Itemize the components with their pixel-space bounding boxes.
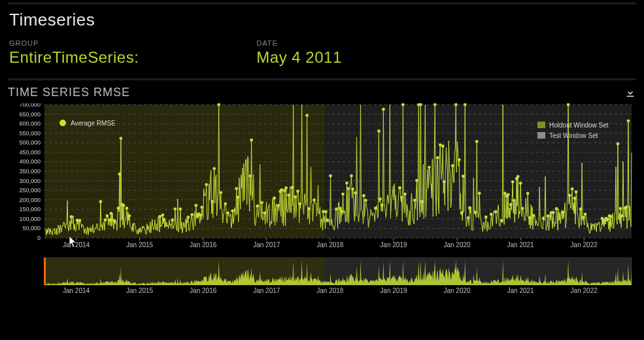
rmse-point [381, 203, 384, 207]
overview-chart[interactable]: Jan 2014Jan 2015Jan 2016Jan 2017Jan 2018… [8, 256, 636, 296]
rmse-point [108, 218, 111, 222]
rmse-point [513, 199, 516, 202]
rmse-point [364, 199, 367, 202]
rmse-point [99, 200, 103, 203]
rmse-point [606, 218, 609, 221]
rmse-point [575, 190, 578, 194]
rmse-point [528, 216, 532, 220]
rmse-point [345, 181, 348, 184]
chart-area: 050,000100,000150,000200,000250,000300,0… [8, 103, 636, 296]
y-tick-label: 200,000 [19, 197, 41, 203]
section-title: TIME SERIES RMSE [8, 86, 130, 99]
rmse-point [307, 207, 311, 211]
rmse-point [620, 214, 624, 218]
brush-handle-left[interactable] [44, 258, 46, 285]
rmse-point [573, 197, 577, 200]
rmse-point [200, 206, 203, 209]
rmse-point [280, 188, 283, 192]
rmse-point [296, 190, 299, 193]
rmse-point [362, 194, 365, 197]
legend-test-label: Test Window Set [549, 132, 598, 139]
rmse-point [173, 207, 177, 211]
rmse-point [103, 218, 107, 222]
rmse-point [116, 207, 120, 210]
y-tick-label: 0 [37, 235, 41, 241]
section-header: TIME SERIES RMSE [8, 86, 636, 99]
y-tick-label: 250,000 [19, 187, 41, 194]
rmse-point [460, 211, 464, 214]
rmse-point [602, 218, 605, 222]
rmse-point [226, 211, 229, 214]
rmse-point [374, 207, 377, 210]
overview-x-tick-label: Jan 2017 [253, 287, 280, 294]
group-value: EntireTimeSeries: [9, 48, 139, 67]
rmse-point [519, 182, 522, 185]
rmse-point [260, 201, 263, 204]
rmse-point [526, 192, 530, 195]
x-tick-label: Jan 2016 [190, 241, 217, 248]
rmse-point [571, 188, 574, 191]
rmse-point [547, 214, 550, 218]
x-tick-label: Jan 2021 [507, 241, 535, 248]
rmse-point [354, 192, 357, 195]
rmse-point [231, 209, 234, 212]
rmse-point [584, 212, 587, 216]
rmse-point [436, 156, 439, 160]
rmse-point [290, 186, 294, 189]
y-tick-label: 450,000 [19, 149, 41, 156]
download-icon[interactable] [624, 87, 636, 99]
rmse-point [236, 196, 239, 199]
rmse-point [494, 211, 498, 214]
rmse-point [256, 205, 259, 208]
rmse-point [619, 207, 622, 211]
rmse-point [211, 200, 214, 203]
rmse-point [273, 196, 276, 199]
legend-holdout-swatch [537, 122, 545, 128]
rmse-chart[interactable]: 050,000100,000150,000200,000250,000300,0… [8, 103, 636, 254]
legend-test-swatch [537, 132, 545, 139]
date-block: DATE May 4 2011 [256, 39, 341, 67]
y-tick-label: 300,000 [19, 178, 41, 184]
x-tick-label: Jan 2018 [316, 241, 344, 248]
y-tick-label: 550,000 [19, 130, 41, 137]
divider-top [8, 3, 636, 5]
rmse-point [542, 216, 545, 220]
date-value: May 4 2011 [256, 48, 341, 67]
rmse-point [517, 175, 520, 178]
rmse-point [298, 202, 301, 205]
rmse-point [562, 211, 565, 214]
x-tick-label: Jan 2019 [380, 241, 407, 248]
rmse-point [484, 216, 488, 219]
date-label: DATE [256, 39, 341, 47]
rmse-point [335, 207, 338, 211]
rmse-point [451, 164, 454, 167]
rmse-point [458, 158, 461, 162]
x-tick-label: Jan 2020 [443, 241, 471, 248]
y-tick-label: 650,000 [19, 111, 41, 118]
rmse-point [219, 191, 222, 194]
rmse-point [398, 186, 401, 190]
rmse-point [511, 180, 515, 184]
rmse-point [441, 144, 445, 148]
rmse-point [509, 203, 513, 207]
rmse-point [400, 196, 403, 199]
rmse-point [329, 175, 332, 178]
rmse-point [171, 218, 174, 222]
rmse-point [248, 175, 252, 178]
rmse-point [350, 175, 353, 178]
legend-series-swatch [59, 120, 66, 126]
rmse-point [474, 211, 477, 214]
rmse-point [305, 114, 309, 117]
rmse-point [277, 204, 280, 207]
rmse-point [112, 219, 116, 222]
rmse-point [413, 199, 416, 202]
info-row: GROUP EntireTimeSeries: DATE May 4 2011 [9, 39, 636, 67]
rmse-point [532, 214, 535, 217]
rmse-point [178, 207, 182, 211]
rmse-point [199, 214, 202, 217]
rmse-point [205, 183, 208, 186]
rmse-point [339, 207, 342, 210]
rmse-point [125, 207, 128, 210]
rmse-point [186, 216, 190, 219]
y-tick-label: 350,000 [19, 168, 41, 175]
